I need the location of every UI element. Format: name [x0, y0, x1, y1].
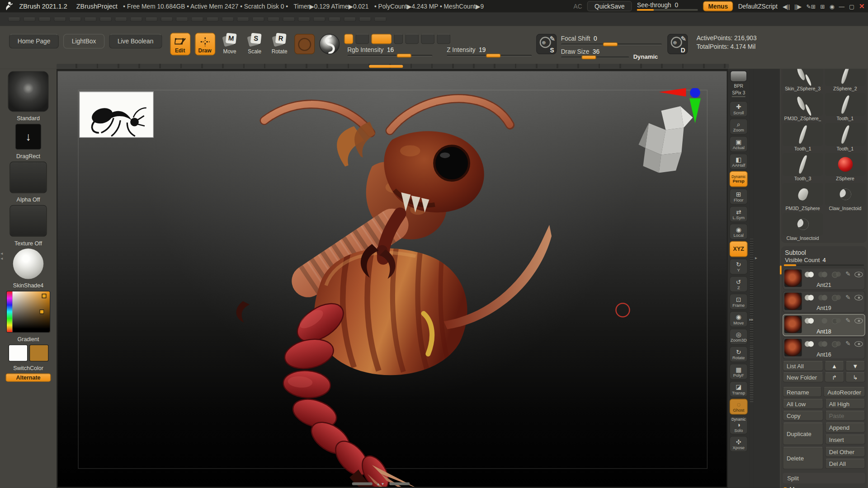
menu-item-macro[interactable]: [160, 17, 173, 21]
right-shelf-button-polyf[interactable]: ▦ PolyF: [730, 364, 748, 380]
draw-mode-button[interactable]: Draw: [195, 33, 215, 56]
collapse-left-tray-icon[interactable]: ◀||: [783, 3, 790, 9]
split-section[interactable]: Split: [783, 473, 865, 483]
menu-item-texture[interactable]: [298, 17, 311, 21]
z-intensity-slider[interactable]: Z Intensity19: [447, 47, 532, 57]
all-high-button[interactable]: All High: [825, 399, 865, 409]
paint-toggle-zsub[interactable]: [421, 34, 434, 44]
menu-item-transform[interactable]: [328, 17, 341, 21]
edit-mode-button[interactable]: Edit: [170, 33, 190, 56]
divider-edit-icon[interactable]: ✎⊞: [806, 3, 816, 9]
tool-thumbnail-zsphere[interactable]: ZSphere: [825, 153, 866, 182]
tool-thumbnail-claw-insectoid[interactable]: Claw_Insectoid: [825, 183, 866, 212]
polypaint-toggle-icon[interactable]: [805, 295, 814, 300]
paint-brush-icon[interactable]: ✎: [845, 340, 851, 347]
strip-scroll-handle[interactable]: [369, 65, 403, 67]
draw-size-slider[interactable]: Draw Size36: [561, 48, 629, 60]
dynamic-label[interactable]: Dynamic: [633, 53, 658, 60]
paint-toggle-zcut[interactable]: [437, 34, 450, 44]
menu-item-edit[interactable]: [99, 17, 112, 21]
tool-thumbnail-pm3d-zsphere[interactable]: PM3D_ZSphere: [782, 183, 823, 212]
saturation-field[interactable]: [13, 291, 50, 332]
menu-item-movie[interactable]: [206, 17, 219, 21]
right-shelf-button-local[interactable]: ◉ Local: [730, 224, 748, 239]
paint-brush-icon[interactable]: ✎: [845, 317, 851, 324]
menu-item-marker[interactable]: [176, 17, 189, 21]
list-all-button[interactable]: List All: [783, 361, 823, 371]
scale-mode-button[interactable]: S Scale: [245, 33, 265, 56]
menu-item-light[interactable]: [145, 17, 158, 21]
right-shelf-button-rotate[interactable]: ↻ Rotate: [730, 346, 748, 362]
paint-toggle-mrgb[interactable]: [355, 34, 369, 44]
autoreorder-button[interactable]: AutoReorder: [824, 387, 865, 397]
live-boolean-button[interactable]: Live Boolean: [109, 34, 162, 49]
move-into-folder-icon[interactable]: ↳: [845, 372, 865, 383]
minimize-icon[interactable]: —: [839, 3, 845, 9]
alternate-button[interactable]: Alternate: [6, 373, 51, 382]
paint-toggle-zadd[interactable]: [405, 34, 419, 44]
right-shelf-button-ghost[interactable]: ◌ Ghost: [730, 399, 748, 415]
color-picker[interactable]: [6, 291, 51, 333]
move-up-icon[interactable]: ▲: [825, 361, 844, 371]
visibility-eye-icon[interactable]: [854, 295, 863, 300]
right-shelf-button-actual[interactable]: ▣ Actual: [730, 136, 748, 152]
subtool-header[interactable]: Subtool: [783, 248, 865, 257]
right-shelf-button-xyz[interactable]: XYZ: [730, 241, 748, 257]
right-shelf-button-persp[interactable]: Dynamic Persp: [730, 171, 748, 187]
merge-section-header[interactable]: Merge: [783, 485, 865, 488]
copy-button[interactable]: Copy: [783, 411, 823, 421]
tool-thumbnail-tooth-1[interactable]: Tooth_1: [782, 123, 823, 152]
uv-toggle-icon[interactable]: [818, 318, 828, 324]
home-page-button[interactable]: Home Page: [9, 34, 59, 49]
visible-count[interactable]: Visible Count 4: [783, 257, 865, 263]
hue-strip[interactable]: [7, 291, 13, 332]
material-preview[interactable]: [13, 249, 44, 279]
all-low-button[interactable]: All Low: [783, 399, 823, 409]
menu-item-document[interactable]: [54, 17, 66, 21]
collapse-right-tray-icon[interactable]: ||▶: [794, 3, 802, 9]
del-other-button[interactable]: Del Other: [825, 447, 865, 457]
insert-button[interactable]: Insert: [825, 434, 865, 445]
right-shelf-button-transp[interactable]: ◪ Transp: [730, 381, 748, 397]
close-icon[interactable]: ✕: [859, 2, 865, 10]
grid-icon[interactable]: ⊞: [820, 3, 825, 9]
duplicate-button[interactable]: Duplicate: [783, 422, 823, 445]
move-down-icon[interactable]: ▼: [845, 361, 865, 371]
paste-button[interactable]: Paste: [825, 411, 865, 421]
delete-button[interactable]: Delete: [783, 447, 823, 469]
quicksave-button[interactable]: QuickSave: [587, 1, 632, 12]
displacement-toggle-icon[interactable]: [832, 272, 841, 277]
paint-brush-icon[interactable]: ✎: [845, 271, 851, 278]
tool-thumbnail-pm3d-zsphere-[interactable]: PM3D_ZSphere_: [782, 93, 823, 122]
tray-scroll-strip[interactable]: ▸▸: [750, 69, 754, 488]
insectoid-model[interactable]: [58, 71, 727, 487]
left-tray-divider-handle[interactable]: ◂◂: [0, 251, 3, 261]
menu-item-material[interactable]: [191, 17, 204, 21]
subtool-row-ant16[interactable]: ✎ Ant16: [783, 337, 865, 359]
paint-toggle-m[interactable]: [394, 34, 403, 44]
tool-thumbnail-tooth-1[interactable]: Tooth_1: [825, 93, 866, 122]
right-shelf-button-solo[interactable]: Dynamic ◑ Solo: [730, 416, 748, 434]
spotlight-icon[interactable]: ◉: [830, 3, 835, 9]
menus-button[interactable]: Menus: [703, 1, 733, 12]
right-shelf-button-floor[interactable]: ⊞ Floor: [730, 189, 748, 205]
polypaint-toggle-icon[interactable]: [805, 272, 814, 277]
menu-item-layer[interactable]: [130, 17, 143, 21]
menu-item-stencil[interactable]: [267, 17, 280, 21]
rotate-mode-button[interactable]: R Rotate: [269, 33, 290, 56]
menu-item-brush[interactable]: [23, 17, 36, 21]
right-shelf-button-frame[interactable]: ⊡ Frame: [730, 294, 748, 310]
secondary-color-swatch[interactable]: [29, 345, 48, 362]
right-shelf-button-move[interactable]: ◉ Move: [730, 311, 748, 327]
rgb-intensity-slider[interactable]: Rgb Intensity16: [347, 47, 432, 57]
right-shelf-button-xpose[interactable]: ✣ Xpose: [730, 436, 748, 452]
visibility-eye-icon[interactable]: [854, 272, 863, 277]
bpr-render-button[interactable]: [730, 70, 747, 82]
menu-item-preferences[interactable]: [237, 17, 250, 21]
standard-brush-preview[interactable]: [8, 71, 49, 112]
restore-icon[interactable]: ▢: [849, 3, 854, 9]
visibility-eye-icon[interactable]: [854, 318, 863, 324]
right-tray-divider-handle[interactable]: ▸: [755, 255, 757, 260]
subtool-row-ant18[interactable]: ✎ Ant18: [783, 314, 865, 336]
tool-thumbnail-skin-zsphere-3[interactable]: Skin_ZSphere_3: [782, 69, 823, 92]
